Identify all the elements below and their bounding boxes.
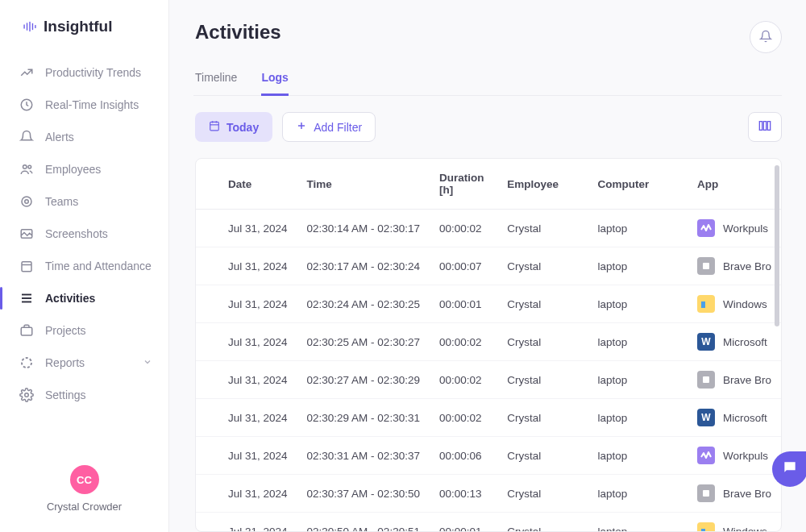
activity-table: DateTimeDuration [h]EmployeeComputerApp … <box>195 158 782 532</box>
chevron-down-icon <box>143 356 152 369</box>
cell-app: Windows <box>688 285 781 323</box>
sidebar-item-label: Productivity Trends <box>45 66 141 79</box>
column-header[interactable]: Computer <box>588 159 688 210</box>
sidebar-item-label: Settings <box>45 389 86 401</box>
sidebar-item-productivity-trends[interactable]: Productivity Trends <box>0 56 168 89</box>
table-row[interactable]: Jul 31, 202402:30:31 AM - 02:30:3700:00:… <box>196 437 781 475</box>
sidebar-nav: Productivity TrendsReal-Time InsightsAle… <box>0 52 168 454</box>
cell-date: Jul 31, 2024 <box>196 247 297 285</box>
sidebar-item-label: Reports <box>45 356 85 369</box>
table-row[interactable]: Jul 31, 202402:30:17 AM - 02:30:2400:00:… <box>196 247 781 285</box>
sidebar-item-projects[interactable]: Projects <box>0 314 168 347</box>
column-header[interactable]: Duration [h] <box>430 159 497 210</box>
cell-date: Jul 31, 2024 <box>196 361 297 399</box>
cell-computer: laptop <box>588 513 688 532</box>
cell-employee: Crystal <box>497 513 588 532</box>
cell-employee: Crystal <box>497 285 588 323</box>
svg-point-9 <box>25 200 29 204</box>
column-header[interactable]: App <box>688 159 781 210</box>
cell-computer: laptop <box>588 399 688 437</box>
sidebar-item-label: Employees <box>45 163 101 176</box>
sidebar-item-teams[interactable]: Teams <box>0 185 168 218</box>
app-word-icon: W <box>697 333 715 351</box>
svg-rect-29 <box>701 301 705 308</box>
table-row[interactable]: Jul 31, 202402:30:29 AM - 02:30:3100:00:… <box>196 399 781 437</box>
avatar: CC <box>70 465 99 494</box>
table-scroll[interactable]: DateTimeDuration [h]EmployeeComputerApp … <box>196 159 781 531</box>
cell-computer: laptop <box>588 323 688 361</box>
sidebar-item-settings[interactable]: Settings <box>0 379 168 411</box>
sidebar-item-alerts[interactable]: Alerts <box>0 121 168 153</box>
app-workpuls-icon <box>697 447 715 464</box>
sidebar-item-label: Activities <box>45 292 95 305</box>
sidebar-item-reports[interactable]: Reports <box>0 347 168 379</box>
user-block[interactable]: CC Crystal Crowder <box>0 454 168 532</box>
svg-point-8 <box>22 197 31 206</box>
column-header[interactable]: Date <box>196 159 297 210</box>
cell-time: 02:30:17 AM - 02:30:24 <box>297 247 430 285</box>
table-row[interactable]: Jul 31, 202402:30:37 AM - 02:30:5000:00:… <box>196 475 781 513</box>
cell-duration: 00:00:02 <box>430 323 497 361</box>
app-label: Workpuls <box>723 222 768 235</box>
app-brave-icon <box>697 371 715 389</box>
column-header[interactable]: Time <box>297 159 430 210</box>
scrollbar[interactable] <box>775 165 779 326</box>
sidebar-item-label: Real-Time Insights <box>45 98 139 111</box>
app-windows-icon <box>697 295 715 313</box>
table-row[interactable]: Jul 31, 202402:30:14 AM - 02:30:1700:00:… <box>196 210 781 247</box>
table-row[interactable]: Jul 31, 202402:30:24 AM - 02:30:2500:00:… <box>196 285 781 323</box>
app-windows-icon <box>697 522 715 531</box>
sidebar-item-employees[interactable]: Employees <box>0 153 168 185</box>
sidebar-item-real-time-insights[interactable]: Real-Time Insights <box>0 89 168 121</box>
cell-employee: Crystal <box>497 475 588 513</box>
cell-time: 02:30:37 AM - 02:30:50 <box>297 475 430 513</box>
toolbar: Today Add Filter <box>193 96 806 158</box>
svg-rect-26 <box>763 122 766 131</box>
cell-duration: 00:00:13 <box>430 475 497 513</box>
notifications-button[interactable] <box>750 21 782 53</box>
column-header[interactable]: Employee <box>497 159 588 210</box>
sidebar-item-activities[interactable]: Activities <box>0 282 168 314</box>
main-content: Activities TimelineLogs Today <box>169 0 806 532</box>
sidebar-item-label: Screenshots <box>45 227 108 240</box>
columns-button[interactable] <box>748 112 782 142</box>
app-label: Microsoft <box>723 412 767 424</box>
add-filter-button[interactable]: Add Filter <box>282 112 376 142</box>
cell-employee: Crystal <box>497 361 588 399</box>
cell-app: Brave Bro <box>688 247 781 285</box>
table-row[interactable]: Jul 31, 202402:30:50 AM - 02:30:5100:00:… <box>196 513 781 532</box>
sidebar-item-label: Projects <box>45 324 86 337</box>
cell-duration: 00:00:02 <box>430 361 497 399</box>
tab-logs[interactable]: Logs <box>261 71 288 96</box>
cell-computer: laptop <box>588 361 688 399</box>
tab-timeline[interactable]: Timeline <box>195 71 237 95</box>
table-row[interactable]: Jul 31, 202402:30:25 AM - 02:30:2700:00:… <box>196 323 781 361</box>
calendar-icon <box>19 259 34 273</box>
image-icon <box>19 227 34 241</box>
cell-date: Jul 31, 2024 <box>196 513 297 532</box>
report-icon <box>19 355 34 370</box>
cell-employee: Crystal <box>497 323 588 361</box>
cell-duration: 00:00:06 <box>430 437 497 475</box>
cell-employee: Crystal <box>497 247 588 285</box>
cell-app: WMicrosoft <box>688 323 781 361</box>
svg-rect-30 <box>706 300 711 308</box>
app-label: Workpuls <box>723 450 768 462</box>
cell-time: 02:30:27 AM - 02:30:29 <box>297 361 430 399</box>
svg-point-6 <box>23 165 27 169</box>
svg-point-18 <box>25 393 29 397</box>
svg-rect-34 <box>706 527 711 531</box>
brand-logo[interactable]: Insightful <box>0 0 168 52</box>
sidebar-item-screenshots[interactable]: Screenshots <box>0 218 168 250</box>
svg-rect-11 <box>22 262 31 272</box>
tabs: TimelineLogs <box>193 53 782 96</box>
cell-duration: 00:00:02 <box>430 399 497 437</box>
chat-widget-button[interactable] <box>772 451 806 487</box>
date-range-button[interactable]: Today <box>195 112 272 142</box>
cell-duration: 00:00:07 <box>430 247 497 285</box>
plus-icon <box>296 120 307 134</box>
sidebar-item-time-and-attendance[interactable]: Time and Attendance <box>0 250 168 282</box>
svg-point-7 <box>28 165 31 168</box>
table-row[interactable]: Jul 31, 202402:30:27 AM - 02:30:2900:00:… <box>196 361 781 399</box>
bell-icon <box>759 30 772 45</box>
